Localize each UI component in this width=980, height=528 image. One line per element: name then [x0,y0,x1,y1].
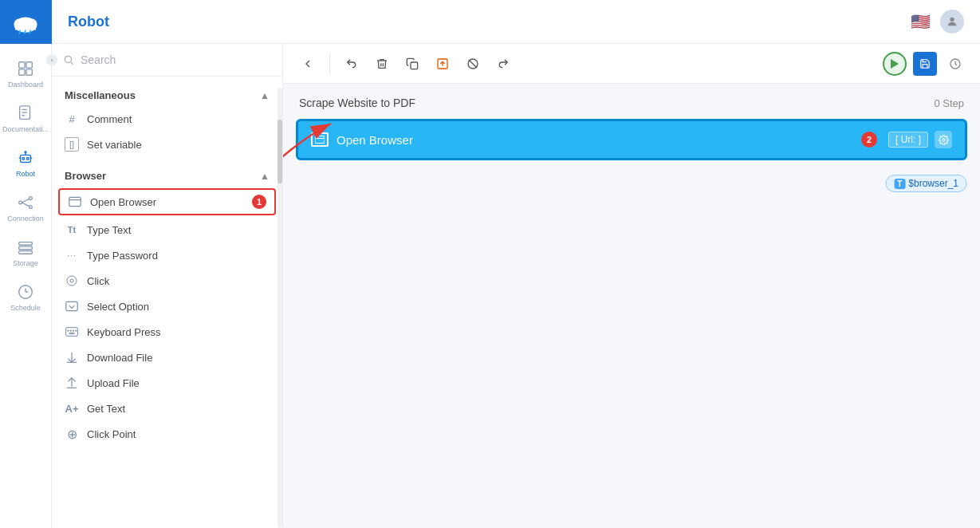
keyboard-press-label: Keyboard Press [87,326,161,338]
gear-icon [939,135,949,145]
sidebar-label-dashboard: Dashboard [8,81,43,89]
save-btn[interactable] [913,52,937,76]
delete-btn[interactable] [370,52,394,76]
upload-file-label: Upload File [87,377,140,389]
component-item-select-option[interactable]: Select Option [52,294,282,319]
workspace-content: Scrape Website to PDF 0 Step Open Browse… [283,84,980,528]
keyboard-icon [65,326,78,337]
sidebar-item-storage[interactable]: Storage [0,231,51,275]
search-bar [52,44,282,77]
svg-point-46 [76,330,77,331]
stop-btn[interactable] [461,52,485,76]
svg-rect-27 [19,242,33,246]
sidebar-item-robot[interactable]: Robot [0,141,51,186]
cloud-logo-icon [13,10,38,35]
component-item-open-browser[interactable]: Open Browser 1 [58,188,276,215]
svg-point-34 [65,56,71,62]
open-browser-block[interactable]: Open Browser 2 [ Url: ] [296,119,967,160]
component-item-comment[interactable]: # Comment [52,106,282,132]
content-body: Miscellaneous ▲ # Comment [] Set variabl… [52,44,980,528]
app-logo [0,0,52,44]
annotation-1: 1 [252,195,266,209]
stop-icon [466,57,479,70]
avatar-icon [946,15,958,28]
component-item-keyboard-press[interactable]: Keyboard Press [52,319,282,345]
history-btn[interactable] [943,52,967,76]
set-variable-icon: [] [65,137,79,152]
flow-title: Scrape Website to PDF [299,97,415,109]
run-btn[interactable] [883,52,907,76]
toolbar-sep-1 [329,55,330,73]
component-item-type-text[interactable]: Tt Type Text [52,217,282,242]
type-text-label: Type Text [87,224,131,236]
undo-icon [345,57,358,70]
miscellaneous-label: Miscellaneous [65,89,136,101]
svg-rect-40 [66,301,77,310]
block-title: Open Browser [337,133,853,147]
section-browser[interactable]: Browser ▲ [52,164,282,187]
documentation-icon [17,104,34,122]
component-item-upload-file[interactable]: Upload File [52,370,282,396]
browser-chevron-icon: ▲ [260,171,270,182]
user-avatar[interactable] [940,10,964,33]
click-icon [65,274,79,288]
search-icon [63,54,74,65]
download-icon [66,351,77,364]
move-btn[interactable] [431,52,455,76]
annotation-2: 2 [861,132,877,148]
search-input[interactable] [81,53,271,66]
svg-rect-9 [19,69,25,75]
header-right: 🇺🇸 [911,10,964,33]
move-icon [436,57,449,70]
keyboard-press-icon [65,325,79,339]
get-text-label: Get Text [87,403,125,415]
svg-rect-36 [69,197,81,206]
sidebar-item-dashboard[interactable]: Dashboard [0,52,51,97]
sidebar-collapse-btn[interactable]: › [46,54,57,65]
copy-icon [406,57,419,70]
click-point-label: Click Point [87,428,136,440]
robot-icon [17,149,34,167]
gear-btn[interactable] [935,131,952,148]
type-text-icon: Tt [65,223,79,237]
upload-file-icon [65,376,79,390]
component-item-click[interactable]: Click [52,268,282,294]
svg-point-43 [68,330,69,331]
svg-rect-47 [69,333,75,333]
svg-line-35 [71,62,73,65]
sidebar-item-connection[interactable]: Connection [0,186,51,231]
svg-rect-29 [19,251,33,254]
svg-point-38 [67,276,77,286]
schedule-icon [17,283,34,301]
copy-btn[interactable] [400,52,424,76]
component-item-click-point[interactable]: ⊕ Click Point [52,421,282,447]
click-label: Click [87,275,109,287]
component-item-download-file[interactable]: Download File [52,345,282,370]
component-item-type-password[interactable]: ··· Type Password [52,242,282,268]
workspace-toolbar [283,44,980,84]
scrollbar-thumb[interactable] [277,120,282,183]
main-wrapper: Robot 🇺🇸 [52,0,980,528]
url-badge: [ Url: ] [888,132,928,148]
play-icon [891,59,899,69]
section-miscellaneous[interactable]: Miscellaneous ▲ [52,83,282,106]
undo-btn[interactable] [340,52,364,76]
select-option-icon [65,299,79,313]
sidebar-item-schedule[interactable]: Schedule [0,275,51,320]
language-flag-icon[interactable]: 🇺🇸 [911,12,931,31]
component-item-get-text[interactable]: A+ Get Text [52,396,282,421]
sidebar-nav: › Dashboard Documentati... [0,0,52,528]
open-browser-label: Open Browser [90,196,156,208]
workspace: Scrape Website to PDF 0 Step Open Browse… [283,44,980,528]
redo-btn[interactable] [491,52,515,76]
back-icon [301,57,314,70]
sidebar-item-documentation[interactable]: Documentati... [0,97,51,141]
back-btn[interactable] [296,52,320,76]
miscellaneous-chevron-icon: ▲ [260,90,270,101]
trash-icon [376,57,388,70]
svg-point-17 [26,158,29,160]
block-window-icon [315,136,325,144]
svg-point-61 [942,138,944,140]
history-icon [949,57,962,70]
component-item-set-variable[interactable]: [] Set variable [52,132,282,157]
